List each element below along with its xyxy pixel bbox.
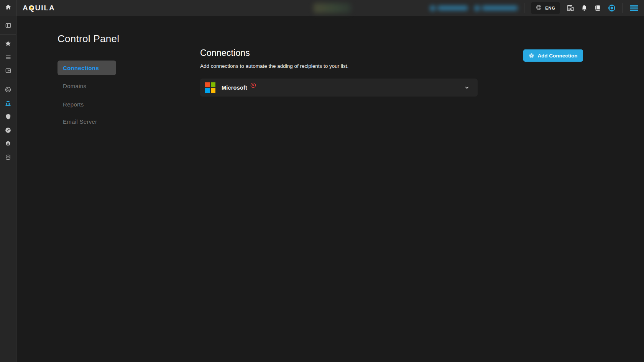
- menu-icon[interactable]: [629, 5, 639, 11]
- redacted-blurred-link[interactable]: [474, 5, 518, 11]
- book-icon[interactable]: [594, 5, 601, 11]
- layout-sidebar-icon[interactable]: [0, 21, 16, 30]
- lifebuoy-icon[interactable]: [608, 4, 616, 12]
- language-label: ENG: [545, 6, 555, 10]
- list-icon[interactable]: [0, 52, 16, 62]
- home-icon: [5, 4, 12, 12]
- top-header: AQUILA ENG: [0, 0, 644, 16]
- microsoft-logo-icon: [205, 82, 215, 93]
- divider: [0, 34, 16, 35]
- layout-grid-icon[interactable]: [0, 66, 16, 75]
- logo-text: A: [23, 4, 29, 12]
- bell-icon[interactable]: [581, 5, 588, 11]
- page-title: Control Panel: [58, 33, 119, 45]
- bank-icon[interactable]: [0, 99, 16, 108]
- radar-icon[interactable]: [0, 85, 16, 94]
- building-icon[interactable]: [567, 4, 574, 12]
- logo-q-eye: Q: [29, 4, 35, 12]
- section-title: Connections: [200, 48, 250, 58]
- home-button[interactable]: [0, 0, 16, 16]
- connection-row-microsoft[interactable]: Microsoft: [200, 79, 478, 97]
- logo-text: UILA: [35, 4, 55, 12]
- add-connection-button[interactable]: Add Connection: [523, 49, 583, 62]
- app-logo[interactable]: AQUILA: [23, 4, 55, 12]
- divider: [623, 3, 623, 13]
- section-description: Add connections to automate the adding o…: [200, 63, 348, 69]
- security-badge-icon[interactable]: [0, 139, 16, 148]
- star-icon[interactable]: [0, 39, 16, 48]
- compass-icon[interactable]: [0, 126, 16, 135]
- red-circle-x-icon: [250, 82, 256, 88]
- redacted-blurred-link[interactable]: [430, 5, 468, 11]
- globe-icon: [536, 4, 542, 12]
- gear-flower-icon: [529, 53, 534, 59]
- redacted-blurred-item: [314, 3, 351, 13]
- divider: [0, 80, 16, 80]
- shield-icon[interactable]: [0, 112, 16, 121]
- tab-label: Connections: [63, 65, 99, 71]
- left-icon-rail: [0, 16, 16, 362]
- header-actions: ENG: [430, 0, 639, 16]
- database-icon[interactable]: [0, 152, 16, 162]
- tab-domains[interactable]: Domains: [63, 83, 86, 89]
- language-selector[interactable]: ENG: [531, 2, 560, 14]
- add-connection-label: Add Connection: [537, 53, 577, 59]
- tab-email-server[interactable]: Email Server: [63, 118, 97, 125]
- tab-reports[interactable]: Reports: [63, 101, 84, 108]
- tab-connections[interactable]: Connections: [58, 61, 116, 75]
- chevron-down-icon[interactable]: [464, 85, 470, 91]
- divider: [524, 3, 524, 13]
- connection-name: Microsoft: [222, 85, 247, 91]
